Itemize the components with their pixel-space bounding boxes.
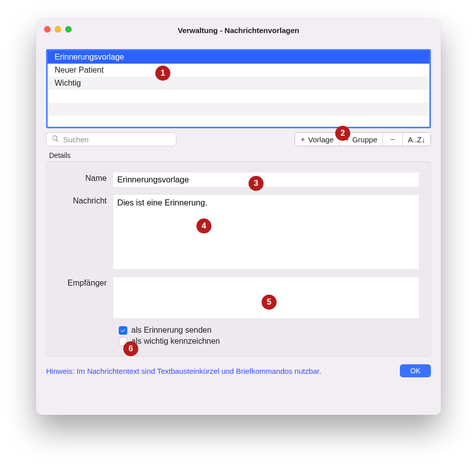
list-item[interactable]: Erinnerungsvorlage	[48, 51, 429, 64]
list-item[interactable]	[48, 90, 429, 103]
checkbox-icon[interactable]	[119, 326, 127, 335]
window-title: Verwaltung - Nachrichtenvorlagen	[178, 26, 300, 35]
minus-icon	[390, 135, 395, 144]
hint-text: Hinweis: Im Nachrichtentext sind Textbau…	[46, 367, 321, 375]
important-checkbox-label: als wichtig kennzeichnen	[131, 337, 220, 346]
message-textarea[interactable]	[113, 194, 419, 270]
ok-button[interactable]: OK	[400, 364, 431, 377]
zoom-icon[interactable]	[65, 26, 72, 33]
recipients-box[interactable]	[113, 277, 419, 319]
reminder-checkbox-label: als Erinnerung senden	[131, 326, 211, 335]
plus-icon	[344, 135, 350, 144]
search-field-wrap[interactable]	[46, 132, 176, 146]
search-input[interactable]	[62, 135, 171, 144]
list-item[interactable]	[48, 103, 429, 116]
add-group-button[interactable]: Gruppe	[339, 133, 382, 146]
sort-button[interactable]: A..Z↓	[402, 133, 430, 146]
add-group-label: Gruppe	[352, 135, 377, 144]
reminder-checkbox-row[interactable]: als Erinnerung senden	[119, 326, 419, 335]
name-label: Name	[58, 172, 113, 187]
toolbar-buttons: Vorlage Gruppe A..Z↓	[295, 132, 431, 146]
search-icon	[52, 135, 62, 144]
checkbox-icon[interactable]	[119, 337, 127, 346]
toolbar: Vorlage Gruppe A..Z↓	[46, 132, 431, 146]
details-panel: Name Nachricht Empfänger a	[46, 161, 431, 356]
name-input[interactable]	[113, 172, 419, 187]
recipients-label: Empfänger	[58, 277, 113, 319]
list-item[interactable]	[48, 116, 429, 128]
plus-icon	[300, 135, 306, 144]
add-template-label: Vorlage	[308, 135, 334, 144]
template-list[interactable]: Erinnerungsvorlage Neuer Patient Wichtig	[46, 49, 431, 128]
message-label: Nachricht	[58, 194, 113, 270]
close-icon[interactable]	[44, 26, 51, 33]
details-section-label: Details	[49, 151, 431, 159]
footer: Hinweis: Im Nachrichtentext sind Textbau…	[46, 364, 431, 377]
list-item[interactable]: Neuer Patient	[48, 64, 429, 77]
dialog-window: Verwaltung - Nachrichtenvorlagen Erinner…	[36, 19, 441, 415]
important-checkbox-row[interactable]: als wichtig kennzeichnen	[119, 337, 419, 346]
window-controls	[44, 26, 72, 33]
titlebar: Verwaltung - Nachrichtenvorlagen	[36, 19, 441, 41]
list-item[interactable]: Wichtig	[48, 77, 429, 90]
minimize-icon[interactable]	[55, 26, 61, 33]
add-template-button[interactable]: Vorlage	[295, 133, 339, 146]
remove-button[interactable]	[382, 133, 402, 146]
